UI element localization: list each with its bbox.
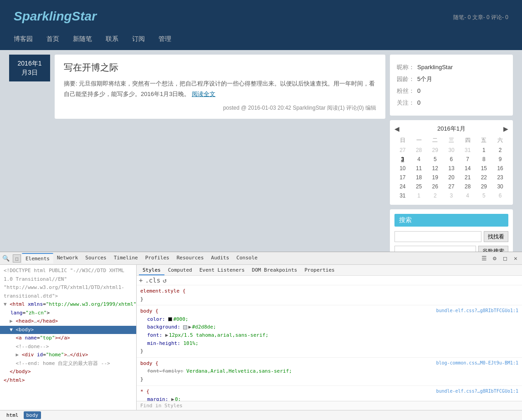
header: SparklingStar 博客园首页新随笔联系订阅管理 随笔- 0 文章- 0… <box>0 0 522 50</box>
main-content: 2016年1月3日 写在开博之际 摘要: 元旦假期即将结束，突然有一个想法，把自… <box>0 50 522 274</box>
calendar-next[interactable]: ▶ <box>503 125 508 132</box>
devtools-tab-timeline[interactable]: Timeline <box>110 253 142 263</box>
style-tab-event-listeners[interactable]: Event Listeners <box>196 266 248 274</box>
devtools-menu-icon[interactable]: ☰ <box>480 254 488 263</box>
devtools-toolbar: 🔍 ⬚ ElementsNetworkSourcesTimelineProfil… <box>0 252 522 265</box>
devtools-tab-resources[interactable]: Resources <box>173 253 208 263</box>
calendar-day: 7 <box>460 155 476 164</box>
search-input-1[interactable] <box>394 231 481 242</box>
summary-text: 摘要: 元旦假期即将结束，突然有一个想法，把自己程序设计的一些心得整理出来。以便… <box>64 80 375 97</box>
profile-label: 园龄： <box>397 73 417 85</box>
calendar-day: 6 <box>443 155 460 164</box>
profile-value: 5个月 <box>417 73 432 85</box>
nav-item-新随笔[interactable]: 新随笔 <box>73 33 92 46</box>
calendar-week-row: 17181920212223 <box>394 173 508 182</box>
calendar-day: 20 <box>443 173 460 182</box>
content-area: 写在开博之际 摘要: 元旦假期即将结束，突然有一个想法，把自己程序设计的一些心得… <box>55 55 385 269</box>
devtools-toolbar-icons: ☰ ⚙ □ ✕ <box>480 254 520 263</box>
calendar-header: ◀ 2016年1月 ▶ <box>394 125 508 133</box>
devtools-layout-icon[interactable]: □ <box>501 254 509 263</box>
site-title[interactable]: SparklingStar <box>14 5 508 28</box>
style-tab-computed[interactable]: Computed <box>164 266 196 274</box>
calendar-active-day[interactable]: 3 <box>401 156 404 162</box>
style-tab-properties[interactable]: Properties <box>301 266 338 274</box>
nav-item-博客园[interactable]: 博客园 <box>14 33 33 46</box>
profile-label: 昵称： <box>397 61 417 73</box>
calendar-day: 6 <box>492 191 508 200</box>
calendar-day: 28 <box>411 146 427 155</box>
read-more-link[interactable]: 阅读全文 <box>192 91 215 97</box>
calendar-day: 25 <box>411 182 427 191</box>
post-meta: posted @ 2016-01-03 20:42 SparklingStar … <box>64 104 376 112</box>
calendar-day: 11 <box>411 164 427 173</box>
calendar-day: 29 <box>476 182 492 191</box>
calendar-day: 9 <box>492 155 508 164</box>
calendar-day: 26 <box>427 182 443 191</box>
calendar-day: 14 <box>460 164 476 173</box>
profile-row: 园龄：5个月 <box>397 73 506 85</box>
calendar-day: 3 <box>394 155 411 164</box>
devtools-inspect-icon[interactable]: ⬚ <box>13 254 21 263</box>
search-row-1: 找找看 <box>394 231 508 242</box>
search-btn-1[interactable]: 找找看 <box>484 231 508 242</box>
calendar-day: 16 <box>492 164 508 173</box>
calendar-body: 2728293031123456789101112131415161718192… <box>394 146 508 200</box>
calendar-day: 5 <box>427 155 443 164</box>
calendar-prev[interactable]: ◀ <box>394 125 399 132</box>
header-stats: 随笔- 0 文章- 0 评论- 0 <box>453 14 508 21</box>
calendar-day: 28 <box>460 182 476 191</box>
calendar-day: 8 <box>476 155 492 164</box>
post-card: 写在开博之际 摘要: 元旦假期即将结束，突然有一个想法，把自己程序设计的一些心得… <box>55 55 385 119</box>
nav-item-联系[interactable]: 联系 <box>106 33 118 46</box>
calendar-day: 1 <box>476 146 492 155</box>
profile-value: SparklingStar <box>417 61 453 73</box>
devtools-tab-audits[interactable]: Audits <box>207 253 233 263</box>
calendar-day: 27 <box>394 146 411 155</box>
date-box: 2016年1月3日 <box>9 55 50 81</box>
calendar-day: 13 <box>443 164 460 173</box>
profile-value: 0 <box>417 97 420 109</box>
calendar-title: 2016年1月 <box>437 125 466 133</box>
nav-item-首页[interactable]: 首页 <box>46 33 59 46</box>
post-summary: 摘要: 元旦假期即将结束，突然有一个想法，把自己程序设计的一些心得整理出来。以便… <box>64 78 376 100</box>
calendar-day-header: 二 <box>427 135 443 146</box>
calendar-day: 22 <box>476 173 492 182</box>
devtools-tab-console[interactable]: Console <box>233 253 261 263</box>
calendar-day: 4 <box>460 191 476 200</box>
devtools-settings-icon[interactable]: ⚙ <box>491 254 499 263</box>
calendar-day-header: 日 <box>394 135 411 146</box>
devtools-tab-profiles[interactable]: Profiles <box>142 253 173 263</box>
calendar-week-row: 3456789 <box>394 155 508 164</box>
profile-label: 关注： <box>397 97 417 109</box>
calendar-day: 17 <box>394 173 411 182</box>
style-tab-styles[interactable]: Styles <box>139 266 164 274</box>
styles-panel: StylesComputedEvent ListenersDOM Breakpo… <box>137 265 522 274</box>
devtools-tab-sources[interactable]: Sources <box>82 253 110 263</box>
profile-value: 0 <box>417 85 420 97</box>
calendar-day: 3 <box>443 191 460 200</box>
devtools-close-icon[interactable]: ✕ <box>512 254 520 263</box>
calendar-day: 5 <box>476 191 492 200</box>
calendar-days-header: 日一二三四五六 <box>394 135 508 146</box>
calendar-day-header: 四 <box>460 135 476 146</box>
calendar-day-header: 五 <box>476 135 492 146</box>
calendar-day-header: 一 <box>411 135 427 146</box>
devtools-tab-network[interactable]: Network <box>53 253 82 263</box>
calendar-day: 10 <box>394 164 411 173</box>
calendar-day: 18 <box>411 173 427 182</box>
calendar-day: 2 <box>427 191 443 200</box>
nav-item-管理[interactable]: 管理 <box>159 33 171 46</box>
calendar-day: 31 <box>460 146 476 155</box>
calendar-day: 27 <box>443 182 460 191</box>
calendar-day-header: 六 <box>492 135 508 146</box>
nav-item-订阅[interactable]: 订阅 <box>132 33 145 46</box>
profile-row: 关注：0 <box>397 97 506 109</box>
devtools-search-icon[interactable]: 🔍 <box>2 255 10 262</box>
profile-label: 粉丝： <box>397 85 417 97</box>
devtools-tab-elements[interactable]: Elements <box>22 253 53 263</box>
calendar-day: 31 <box>394 191 411 200</box>
post-title: 写在开博之际 <box>64 61 376 74</box>
dom-line[interactable]: <!DOCTYPE html PUBLIC "-//W3C//DTD XHTML <box>0 267 136 274</box>
nav: 博客园首页新随笔联系订阅管理 <box>14 28 508 50</box>
style-tab-dom-breakpoints[interactable]: DOM Breakpoints <box>248 266 301 274</box>
